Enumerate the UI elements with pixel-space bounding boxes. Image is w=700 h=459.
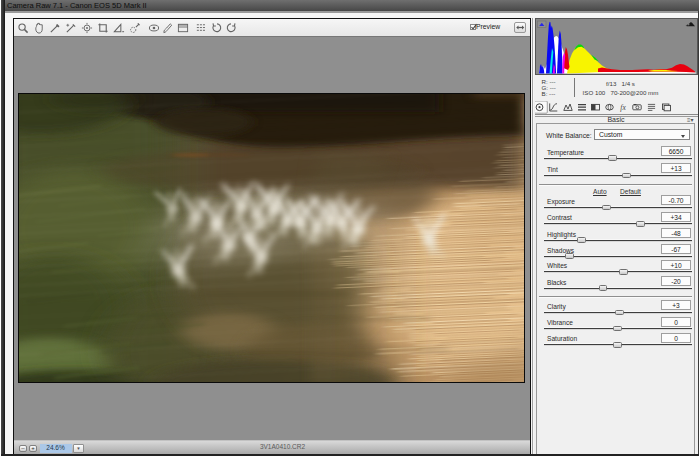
svg-text:fx: fx (620, 103, 626, 112)
